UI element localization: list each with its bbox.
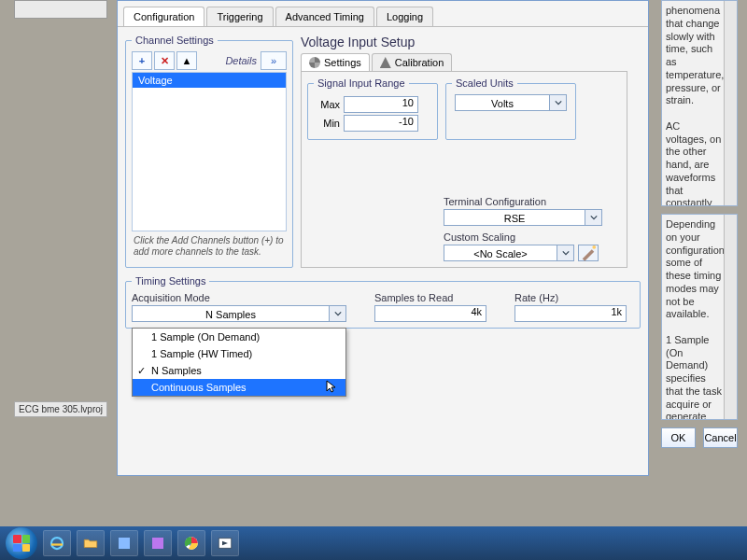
svg-rect-2 [119, 538, 130, 549]
help-text-2: Depending on your configuration, some of… [666, 218, 730, 420]
taskbar-app1-icon[interactable] [110, 530, 138, 556]
tab-configuration[interactable]: Configuration [123, 7, 204, 26]
scaled-units-value: Volts [455, 94, 550, 111]
dialog-buttons: OK Cancel [661, 427, 738, 448]
start-button[interactable] [6, 527, 37, 559]
tab-logging[interactable]: Logging [376, 7, 433, 26]
channel-toolbar: + ✕ ▲ Details » [132, 51, 287, 70]
background-window [14, 0, 107, 19]
generic-app-icon [116, 535, 133, 552]
signal-legend: Signal Input Range [314, 77, 409, 89]
acquisition-mode-value: N Samples [132, 305, 330, 322]
samples-to-read-input[interactable]: 4k [374, 305, 486, 322]
channel-settings-group: Channel Settings + ✕ ▲ Details » Voltage… [125, 35, 293, 268]
details-label: Details [225, 55, 259, 66]
add-channel-button[interactable]: + [132, 51, 152, 70]
rate-col: Rate (Hz) 1k [514, 292, 627, 322]
scaled-units-dropdown-button[interactable] [550, 94, 567, 111]
taskbar-labview-icon[interactable] [211, 530, 239, 556]
subtab-settings[interactable]: Settings [301, 53, 370, 71]
tab-triggering[interactable]: Triggering [206, 7, 273, 26]
taskbar-ie-icon[interactable] [43, 530, 71, 556]
help-panel-top: phenomena that change slowly with time, … [661, 0, 738, 206]
labview-icon [217, 535, 233, 552]
chevron-down-icon [334, 310, 342, 317]
acq-opt-hw-timed[interactable]: 1 Sample (HW Timed) [133, 345, 345, 362]
settings-pane: Signal Input Range Max 10 Min -10 Scaled… [301, 72, 627, 268]
channel-item-voltage[interactable]: Voltage [133, 73, 286, 88]
channel-hint: Click the Add Channels button (+) to add… [132, 231, 287, 261]
scaled-units-combo[interactable]: Volts [455, 94, 567, 111]
subtab-calibration-label: Calibration [395, 57, 444, 68]
taskbar-explorer-icon[interactable] [77, 530, 105, 556]
taskbar-chrome-icon[interactable] [177, 530, 205, 556]
scaled-units-group: Scaled Units Volts [445, 77, 576, 140]
windows-taskbar [0, 526, 747, 560]
main-tabstrip: Configuration Triggering Advanced Timing… [118, 1, 648, 27]
custom-scaling-label: Custom Scaling [444, 231, 621, 243]
custom-scaling-wizard-button[interactable] [578, 245, 599, 261]
help-panel-bottom: Depending on your configuration, some of… [661, 214, 738, 420]
svg-rect-3 [152, 538, 163, 549]
ok-button[interactable]: OK [661, 427, 696, 448]
samples-to-read-label: Samples to Read [374, 292, 486, 303]
folder-icon [82, 535, 99, 552]
terminal-config-value: RSE [444, 209, 585, 226]
gear-icon [309, 57, 320, 68]
rate-input[interactable]: 1k [514, 305, 627, 322]
wand-icon [579, 244, 598, 262]
acquisition-mode-dropdown-button[interactable] [330, 305, 346, 322]
terminal-config-dropdown-button[interactable] [585, 209, 602, 226]
acquisition-mode-label: Acquisition Mode [132, 292, 346, 303]
signal-input-range-group: Signal Input Range Max 10 Min -10 [307, 77, 438, 140]
terminal-config-combo[interactable]: RSE [444, 209, 602, 226]
project-file-label: ECG bme 305.lvproj [14, 401, 107, 417]
subtab-calibration[interactable]: Calibration [372, 53, 453, 71]
scrollbar[interactable] [724, 1, 737, 205]
custom-scaling-combo[interactable]: <No Scale> [444, 245, 574, 261]
acq-opt-continuous[interactable]: Continuous Samples [133, 379, 345, 396]
custom-scaling-dropdown-button[interactable] [557, 245, 574, 261]
daq-assistant-dialog: Configuration Triggering Advanced Timing… [117, 0, 649, 476]
rate-label: Rate (Hz) [514, 292, 627, 303]
details-expand-button[interactable]: » [261, 51, 287, 70]
max-input[interactable]: 10 [344, 96, 418, 113]
chrome-icon [183, 535, 200, 552]
svg-point-1 [51, 538, 63, 549]
chevron-down-icon [555, 99, 562, 106]
vis-subtabs: Settings Calibration [301, 53, 627, 72]
tab-advanced-timing[interactable]: Advanced Timing [275, 7, 374, 26]
internet-explorer-icon [49, 535, 65, 552]
calibration-icon [380, 57, 391, 68]
channel-list[interactable]: Voltage [132, 72, 287, 231]
acq-opt-on-demand[interactable]: 1 Sample (On Demand) [133, 329, 345, 345]
min-label: Min [314, 118, 340, 129]
channel-up-button[interactable]: ▲ [176, 51, 197, 70]
samples-to-read-col: Samples to Read 4k [374, 292, 486, 322]
taskbar-app2-icon[interactable] [144, 530, 172, 556]
svg-point-0 [592, 245, 596, 249]
acquisition-mode-col: Acquisition Mode N Samples 1 Sample (On … [132, 292, 346, 322]
max-label: Max [314, 99, 340, 110]
voltage-input-setup: Voltage Input Setup Settings Calibration… [301, 35, 627, 268]
min-input[interactable]: -10 [344, 115, 418, 132]
subtab-settings-label: Settings [324, 57, 361, 68]
scaled-legend: Scaled Units [452, 77, 517, 89]
timing-settings-group: Timing Settings Acquisition Mode N Sampl… [125, 275, 641, 329]
help-text-1: phenomena that change slowly with time, … [666, 5, 726, 206]
remove-channel-button[interactable]: ✕ [154, 51, 175, 70]
channel-settings-legend: Channel Settings [132, 35, 218, 46]
cancel-button[interactable]: Cancel [703, 427, 738, 448]
chevron-down-icon [590, 214, 598, 221]
acq-opt-n-samples[interactable]: N Samples [133, 362, 345, 379]
scrollbar[interactable] [724, 215, 737, 419]
generic-app-icon [149, 535, 166, 552]
chevron-down-icon [562, 249, 570, 257]
help-sidebar: phenomena that change slowly with time, … [661, 0, 738, 448]
timing-legend: Timing Settings [132, 275, 209, 287]
terminal-config-label: Terminal Configuration [444, 196, 621, 207]
acquisition-mode-combo[interactable]: N Samples [132, 305, 346, 322]
acquisition-mode-dropdown: 1 Sample (On Demand) 1 Sample (HW Timed)… [132, 328, 346, 397]
vis-title: Voltage Input Setup [301, 35, 627, 49]
custom-scaling-value: <No Scale> [444, 245, 557, 261]
